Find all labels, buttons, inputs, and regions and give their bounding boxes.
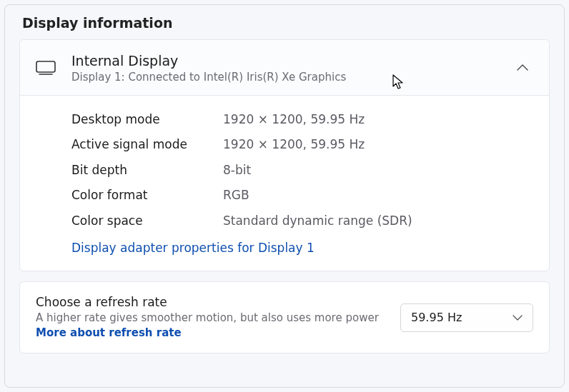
property-label: Color format <box>71 186 223 205</box>
property-row: Active signal mode 1920 × 1200, 59.95 Hz <box>71 132 533 158</box>
property-label: Color space <box>71 212 223 231</box>
property-label: Bit depth <box>71 161 223 180</box>
property-value: RGB <box>223 186 249 205</box>
refresh-rate-value: 59.95 Hz <box>411 311 462 324</box>
display-card: Internal Display Display 1: Connected to… <box>19 39 550 271</box>
page-title: Display information <box>22 15 550 31</box>
refresh-rate-card: Choose a refresh rate A higher rate give… <box>19 281 550 353</box>
display-title: Internal Display <box>71 53 512 70</box>
display-subtitle: Display 1: Connected to Intel(R) Iris(R)… <box>71 71 512 84</box>
display-properties: Desktop mode 1920 × 1200, 59.95 Hz Activ… <box>71 107 533 234</box>
monitor-icon <box>36 61 71 75</box>
property-value: 1920 × 1200, 59.95 Hz <box>223 136 365 154</box>
chevron-down-icon <box>513 311 523 324</box>
property-value: Standard dynamic range (SDR) <box>223 212 412 231</box>
adapter-properties-link[interactable]: Display adapter properties for Display 1 <box>71 241 315 255</box>
property-value: 8-bit <box>223 161 251 180</box>
display-information-panel: Display information Internal Display Dis… <box>4 4 565 388</box>
property-row: Color format RGB <box>71 183 533 208</box>
refresh-rate-title: Choose a refresh rate <box>36 295 386 309</box>
svg-rect-0 <box>36 61 55 72</box>
display-card-body: Desktop mode 1920 × 1200, 59.95 Hz Activ… <box>20 95 549 271</box>
more-about-refresh-link[interactable]: More about refresh rate <box>36 326 182 339</box>
display-card-header[interactable]: Internal Display Display 1: Connected to… <box>20 40 549 95</box>
property-row: Bit depth 8-bit <box>71 158 533 184</box>
refresh-rate-subtitle: A higher rate gives smoother motion, but… <box>36 311 386 340</box>
property-row: Color space Standard dynamic range (SDR) <box>71 208 533 234</box>
refresh-rate-dropdown[interactable]: 59.95 Hz <box>400 303 533 332</box>
property-label: Desktop mode <box>71 111 223 129</box>
property-label: Active signal mode <box>71 136 223 154</box>
property-row: Desktop mode 1920 × 1200, 59.95 Hz <box>71 107 533 133</box>
property-value: 1920 × 1200, 59.95 Hz <box>223 111 365 129</box>
chevron-up-icon <box>512 64 533 71</box>
refresh-rate-description: A higher rate gives smoother motion, but… <box>36 311 379 324</box>
